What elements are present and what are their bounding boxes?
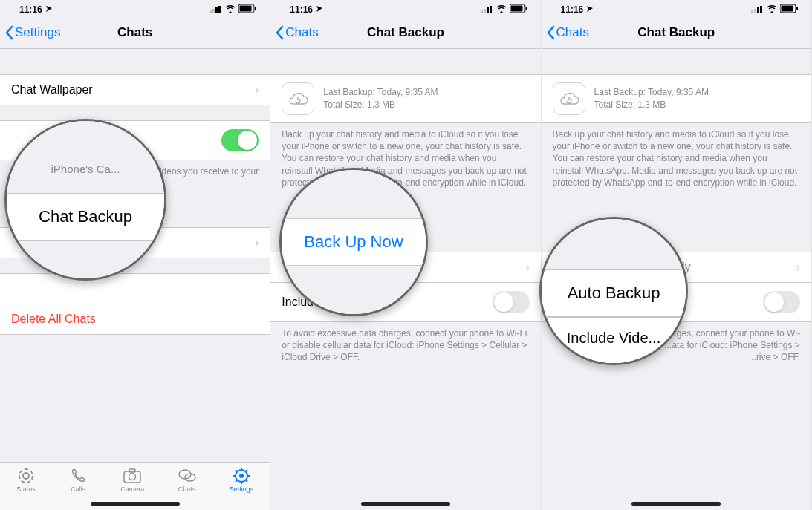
status-icon (16, 468, 36, 484)
battery-icon (510, 4, 527, 15)
nav-bar: Settings Chats (0, 16, 270, 49)
home-indicator[interactable] (91, 502, 180, 506)
battery-icon (780, 4, 798, 15)
hidden-cell-1[interactable]: … (0, 273, 270, 304)
tab-camera[interactable]: Camera (120, 468, 144, 493)
nav-bar: Chats Chat Backup (542, 16, 811, 49)
last-backup-text: Last Backup: Today, 9:35 AM (323, 86, 438, 99)
signal-icon (751, 4, 764, 15)
mag-main-text: Back Up Now (282, 218, 426, 266)
svg-line-23 (246, 470, 247, 471)
chevron-right-icon: › (519, 261, 529, 274)
battery-icon (238, 4, 256, 15)
location-icon (586, 4, 594, 15)
tab-status-label: Status (16, 486, 36, 493)
location-icon (316, 4, 323, 15)
status-bar: 11:16 (0, 0, 270, 16)
svg-rect-3 (218, 6, 221, 13)
svg-rect-26 (487, 7, 489, 13)
wifi-icon (767, 4, 777, 15)
svg-rect-37 (796, 7, 798, 10)
signal-icon (210, 4, 222, 15)
chevron-left-icon (275, 25, 284, 40)
mag-main-text: Chat Backup (7, 193, 164, 241)
svg-line-20 (236, 470, 237, 471)
svg-rect-1 (212, 9, 215, 13)
include-videos-toggle[interactable] (493, 291, 530, 313)
chevron-right-icon: › (790, 261, 800, 274)
chats-icon (178, 468, 197, 484)
magnifier-chat-backup: iPhone's Ca... Chat Backup (4, 119, 166, 281)
signal-icon (481, 4, 493, 15)
back-button[interactable]: Chats (275, 25, 318, 40)
svg-rect-24 (481, 10, 483, 13)
chevron-left-icon (4, 25, 13, 40)
camera-icon (123, 468, 142, 484)
svg-line-21 (246, 480, 247, 482)
cloud-icon (553, 82, 585, 115)
mag-above-text: iPhone's Ca... (7, 160, 164, 180)
svg-rect-25 (484, 9, 486, 13)
backup-description: Back up your chat history and media to i… (542, 123, 811, 194)
backup-status-cell: Last Backup: Today, 9:35 AM Total Size: … (270, 74, 540, 123)
tab-calls[interactable]: Calls (68, 468, 88, 493)
status-time: 11:16 (290, 4, 313, 15)
magnifier-auto-backup: Auto Backup Include Vide... (539, 217, 688, 365)
wifi-icon (496, 4, 507, 15)
svg-rect-34 (760, 6, 762, 13)
tab-settings[interactable]: Settings (230, 468, 254, 493)
svg-point-7 (19, 469, 33, 483)
back-label: Settings (15, 25, 60, 40)
calls-icon (68, 468, 88, 484)
svg-rect-11 (129, 469, 135, 472)
svg-rect-0 (210, 10, 212, 13)
home-indicator[interactable] (631, 502, 721, 506)
svg-rect-30 (526, 7, 527, 10)
last-backup-text: Last Backup: Today, 9:35 AM (594, 86, 709, 99)
chat-wallpaper-label: Chat Wallpaper (11, 83, 93, 97)
settings-icon (232, 468, 251, 484)
total-size-text: Total Size: 1.3 MB (594, 99, 709, 111)
status-time: 11:16 (561, 4, 584, 15)
tab-calls-label: Calls (71, 486, 85, 493)
back-label: Chats (556, 25, 589, 40)
data-charges-footer: To avoid excessive data charges, connect… (270, 322, 540, 369)
svg-point-10 (129, 474, 136, 480)
include-videos-toggle[interactable] (763, 291, 800, 313)
back-button[interactable]: Chats (546, 25, 589, 40)
svg-rect-6 (255, 7, 256, 10)
back-button[interactable]: Settings (4, 25, 60, 40)
chevron-right-icon: › (249, 83, 259, 97)
svg-point-8 (23, 473, 29, 479)
mag-main-text: Auto Backup (542, 269, 686, 317)
tab-chats[interactable]: Chats (178, 468, 197, 493)
camera-roll-toggle[interactable] (221, 129, 259, 151)
status-bar: 11:16 (270, 0, 540, 16)
tab-settings-label: Settings (230, 486, 254, 493)
tab-chats-label: Chats (178, 486, 196, 493)
status-time: 11:16 (19, 4, 42, 15)
chevron-left-icon (546, 25, 555, 40)
svg-line-22 (236, 480, 237, 482)
cloud-icon (282, 82, 314, 115)
svg-rect-36 (781, 6, 793, 12)
location-icon (45, 4, 53, 15)
svg-point-15 (239, 474, 244, 478)
chat-wallpaper-cell[interactable]: Chat Wallpaper › (0, 74, 270, 105)
svg-rect-33 (757, 7, 759, 13)
home-indicator[interactable] (361, 502, 450, 506)
back-label: Chats (285, 25, 318, 40)
delete-all-chats-cell[interactable]: Delete All Chats (0, 304, 270, 335)
svg-rect-5 (240, 6, 252, 12)
status-bar: 11:16 (542, 0, 811, 16)
backup-status-cell: Last Backup: Today, 9:35 AM Total Size: … (542, 74, 811, 123)
magnifier-back-up-now: Back Up Now (279, 168, 428, 316)
chevron-right-icon: › (249, 236, 259, 249)
tab-status[interactable]: Status (16, 468, 36, 493)
tab-camera-label: Camera (120, 486, 144, 493)
svg-rect-32 (754, 9, 756, 13)
tab-bar: Status Calls Camera Chats Settings (0, 462, 270, 510)
svg-rect-2 (215, 7, 218, 13)
svg-rect-27 (490, 6, 492, 13)
svg-rect-31 (751, 10, 753, 13)
